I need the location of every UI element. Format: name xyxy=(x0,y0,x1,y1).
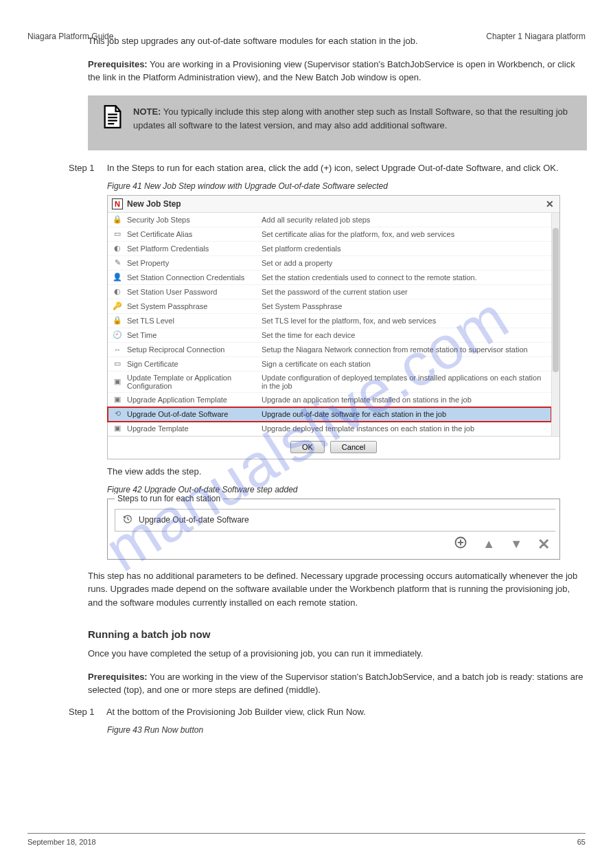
footer-page: 65 xyxy=(577,838,586,846)
row-desc: Upgrade an application template installe… xyxy=(262,396,547,404)
running-batch-intro: Once you have completed the setup of a p… xyxy=(88,647,587,661)
history-icon xyxy=(122,514,133,527)
row-icon: 🔒 xyxy=(112,215,123,225)
figure-43-caption: Figure 43 Run Now button xyxy=(107,725,587,735)
row-name: Setup Reciprocal Connection xyxy=(127,345,262,354)
step-number: Step 1 xyxy=(88,707,104,717)
row-name: Set TLS Level xyxy=(127,317,262,325)
job-step-row[interactable]: 🔑Set System PassphraseSet System Passphr… xyxy=(108,299,551,314)
row-desc: Set TLS level for the platform, fox, and… xyxy=(262,317,547,325)
prereq-text-2: You are working in the view of the Super… xyxy=(88,672,583,696)
row-icon: 👤 xyxy=(112,273,123,282)
row-icon: ▣ xyxy=(112,395,123,404)
prereq-text: You are working in a Provisioning view (… xyxy=(88,59,575,83)
steps-panel-legend: Steps to run for each station xyxy=(115,494,223,503)
job-step-row[interactable]: ◐Set Station User PasswordSet the passwo… xyxy=(108,285,551,299)
row-name: Upgrade Out-of-date Software xyxy=(127,410,262,418)
prereq-label-2: Prerequisites: xyxy=(88,672,148,682)
job-step-row[interactable]: ▭Sign CertificateSign a certificate on e… xyxy=(108,357,551,372)
figure-41-caption: Figure 41 New Job Step window with Upgra… xyxy=(107,181,587,191)
run-step-1-text: At the bottom of the Provisioning Job Bu… xyxy=(106,707,366,717)
row-name: Update Template or Application Configura… xyxy=(127,374,262,390)
row-name: Set Property xyxy=(127,259,262,267)
row-desc: Set the time for each device xyxy=(262,331,547,339)
running-batch-heading: Running a batch job now xyxy=(88,628,587,640)
page-footer: September 18, 2018 65 xyxy=(27,833,586,846)
post-figure-paragraph: This step has no additional parameters t… xyxy=(88,569,587,610)
row-name: Upgrade Template xyxy=(127,424,262,433)
job-step-row[interactable]: ✎Set PropertySet or add a property xyxy=(108,256,551,271)
running-batch-prereq: Prerequisites: You are working in the vi… xyxy=(88,670,587,697)
note-label: NOTE: xyxy=(133,106,161,117)
job-step-row[interactable]: ▭Set Certificate AliasSet certificate al… xyxy=(108,227,551,242)
row-desc: Setup the Niagara Network connection fro… xyxy=(262,345,547,354)
row-icon: 🔒 xyxy=(112,316,123,326)
add-icon[interactable] xyxy=(454,536,467,553)
row-name: Security Job Steps xyxy=(127,216,262,224)
move-up-icon[interactable]: ▲ xyxy=(483,537,495,551)
row-icon: ▭ xyxy=(112,229,123,239)
row-desc: Upgrade deployed template instances on e… xyxy=(262,424,547,433)
row-name: Set Certificate Alias xyxy=(127,230,262,238)
header-left: Niagara Platform Guide xyxy=(27,32,113,41)
step-1-text: In the Steps to run for each station are… xyxy=(107,163,559,173)
document-icon xyxy=(103,105,122,128)
row-desc: Set the station credentials used to conn… xyxy=(262,273,547,282)
scrollbar[interactable] xyxy=(551,213,559,436)
row-icon: 🕘 xyxy=(112,330,123,340)
prereq-label: Prerequisites: xyxy=(88,59,148,69)
run-step-1: Step 1 At the bottom of the Provisioning… xyxy=(88,707,587,717)
job-step-row[interactable]: 🔒Set TLS LevelSet TLS level for the plat… xyxy=(108,314,551,328)
row-name: Set Station User Password xyxy=(127,288,262,296)
steps-item[interactable]: Upgrade Out-of-date Software xyxy=(115,509,555,532)
row-desc: Add all security related job steps xyxy=(262,216,547,224)
remove-icon[interactable]: ✕ xyxy=(537,536,550,553)
added-step-text: The view adds the step. xyxy=(107,466,587,477)
niagara-logo-icon: N xyxy=(112,198,123,209)
row-desc: Set or add a property xyxy=(262,259,547,267)
scrollbar-thumb[interactable] xyxy=(553,228,559,372)
row-desc: Set certificate alias for the platform, … xyxy=(262,230,547,238)
figure-42-caption: Figure 42 Upgrade Out-of-date Software s… xyxy=(107,485,587,494)
job-step-row[interactable]: 🕘Set TimeSet the time for each device xyxy=(108,328,551,343)
row-icon: ✎ xyxy=(112,258,123,268)
row-name: Set Platform Credentials xyxy=(127,244,262,253)
job-step-row[interactable]: ↔Setup Reciprocal ConnectionSetup the Ni… xyxy=(108,343,551,357)
job-step-row[interactable]: ▣Upgrade TemplateUpgrade deployed templa… xyxy=(108,422,551,436)
row-icon: ◐ xyxy=(112,287,123,297)
row-icon: ▭ xyxy=(112,359,123,369)
close-icon[interactable]: ✕ xyxy=(546,198,554,209)
prereq-paragraph: Prerequisites: You are working in a Prov… xyxy=(88,58,587,84)
note-text: You typically include this step along wi… xyxy=(133,106,568,130)
job-step-row[interactable]: ▣Update Template or Application Configur… xyxy=(108,372,551,393)
row-icon: 🔑 xyxy=(112,301,123,311)
header-right: Chapter 1 Niagara platform xyxy=(486,32,586,41)
row-icon: ▣ xyxy=(112,424,123,433)
job-step-row[interactable]: ▣Upgrade Application TemplateUpgrade an … xyxy=(108,393,551,407)
step-1: Step 1 In the Steps to run for each stat… xyxy=(88,163,587,173)
row-icon: ⟲ xyxy=(112,409,123,419)
row-desc: Sign a certificate on each station xyxy=(262,360,547,368)
dialog-title: New Job Step xyxy=(127,199,181,209)
row-desc: Update configuration of deployed templat… xyxy=(262,374,547,390)
row-icon: ◐ xyxy=(112,244,123,253)
footer-date: September 18, 2018 xyxy=(27,838,96,846)
ok-button[interactable]: OK xyxy=(290,441,325,453)
row-icon: ▣ xyxy=(112,377,123,387)
row-name: Sign Certificate xyxy=(127,360,262,368)
new-job-step-dialog: N New Job Step ✕ 🔒Security Job StepsAdd … xyxy=(107,195,560,459)
job-step-row[interactable]: 👤Set Station Connection CredentialsSet t… xyxy=(108,271,551,285)
row-name: Upgrade Application Template xyxy=(127,396,262,404)
row-desc: Set the password of the current station … xyxy=(262,288,547,296)
row-desc: Set platform credentials xyxy=(262,244,547,253)
steps-panel: Steps to run for each station Upgrade Ou… xyxy=(107,499,560,560)
row-name: Set Time xyxy=(127,331,262,339)
job-step-list[interactable]: 🔒Security Job StepsAdd all security rela… xyxy=(108,213,551,436)
row-name: Set System Passphrase xyxy=(127,302,262,310)
job-step-row[interactable]: 🔒Security Job StepsAdd all security rela… xyxy=(108,213,551,227)
note-box: NOTE: You typically include this step al… xyxy=(88,95,587,150)
job-step-row[interactable]: ⟲Upgrade Out-of-date SoftwareUpgrade out… xyxy=(108,407,551,422)
cancel-button[interactable]: Cancel xyxy=(330,441,377,453)
move-down-icon[interactable]: ▼ xyxy=(510,537,522,551)
job-step-row[interactable]: ◐Set Platform CredentialsSet platform cr… xyxy=(108,242,551,256)
